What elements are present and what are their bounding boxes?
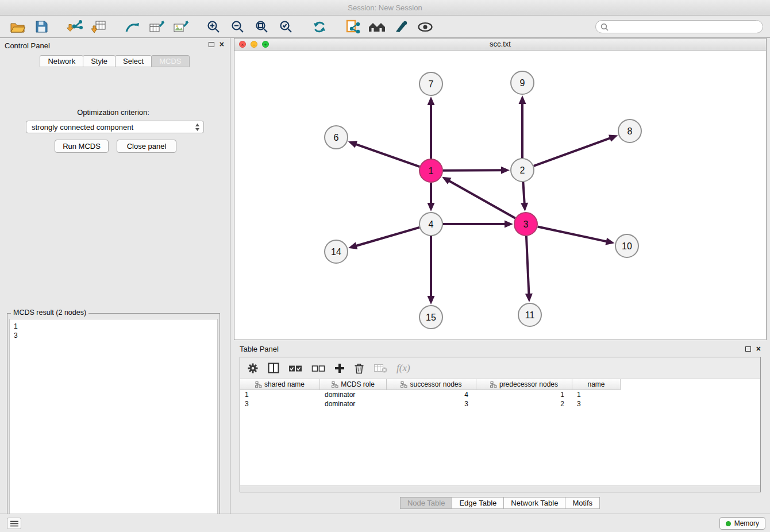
close-panel-icon[interactable]: ×	[220, 41, 224, 48]
eye-icon	[417, 21, 434, 33]
graph-edge-arrowhead	[428, 296, 435, 304]
apply-layout-button[interactable]	[309, 18, 330, 36]
delete-table-button[interactable]	[374, 360, 387, 376]
float-table-panel-icon[interactable]	[745, 346, 751, 352]
zoom-out-icon	[230, 20, 245, 34]
search-box[interactable]	[595, 20, 763, 33]
graph-node-label-3: 3	[523, 219, 529, 229]
trash-icon	[354, 363, 364, 374]
graph-svg[interactable]: 7968124314101511	[234, 51, 766, 340]
mcds-result-group: MCDS result (2 nodes) 1 3	[7, 313, 220, 530]
home-icon	[368, 20, 386, 34]
column-header-shared-name[interactable]: shared name	[240, 379, 320, 390]
tab-network-table[interactable]: Network Table	[503, 497, 565, 509]
annotation-button[interactable]	[391, 18, 411, 36]
import-table-button[interactable]	[88, 18, 109, 36]
deselect-all-rows-button[interactable]	[311, 360, 325, 376]
criterion-dropdown[interactable]: strongly connected component	[26, 121, 204, 133]
graph-edge-1-6[interactable]	[355, 144, 419, 167]
zoom-out-button[interactable]	[228, 18, 248, 36]
graph-edge-arrowhead	[605, 238, 614, 245]
graph-edge-3-1[interactable]	[448, 180, 515, 218]
import-table-icon	[91, 20, 107, 34]
graph-edge-arrowhead	[521, 203, 528, 211]
column-header-mcds-role[interactable]: MCDS role	[320, 379, 387, 390]
graph-node-label-1: 1	[429, 166, 434, 176]
zoom-fit-icon	[255, 20, 270, 34]
export-network-button[interactable]	[342, 18, 363, 36]
tab-network[interactable]: Network	[40, 55, 83, 67]
zoom-selected-button[interactable]	[276, 18, 297, 36]
show-hide-panel-button[interactable]	[415, 18, 436, 36]
tab-edge-table[interactable]: Edge Table	[452, 497, 504, 509]
search-icon	[600, 23, 609, 31]
export-image-button[interactable]	[170, 18, 191, 36]
column-header-predecessor-nodes[interactable]: predecessor nodes	[476, 379, 572, 390]
mcds-result-text[interactable]: 1 3	[9, 319, 218, 527]
graph-node-label-15: 15	[426, 313, 436, 322]
table-arrow-icon	[148, 20, 164, 34]
task-history-button[interactable]	[7, 518, 21, 529]
table-panel: Table Panel ×	[234, 342, 767, 514]
graph-node-label-9: 9	[520, 78, 525, 88]
control-panel-tabs: Network Style Select MCDS	[0, 55, 230, 67]
horizontal-scrollbar[interactable]	[240, 485, 760, 492]
table-row[interactable]: 1 dominator 4 1 1	[240, 390, 760, 399]
graph-edge-3-10[interactable]	[538, 226, 607, 241]
memory-status-icon	[726, 521, 731, 526]
tab-node-table[interactable]: Node Table	[400, 497, 453, 509]
home-button[interactable]	[367, 18, 387, 36]
graph-edge-2-8[interactable]	[534, 138, 611, 166]
hierarchy-icon	[255, 381, 262, 388]
column-header-name[interactable]: name	[572, 379, 621, 390]
graph-edge-arrowhead	[501, 167, 510, 174]
graph-node-label-11: 11	[525, 310, 535, 320]
first-neighbors-button[interactable]	[122, 18, 143, 36]
table-row[interactable]: 3 dominator 3 2 3	[240, 399, 760, 408]
network-window-title: scc.txt	[490, 40, 511, 48]
select-columns-button[interactable]	[268, 360, 279, 376]
maximize-window-icon[interactable]: +	[262, 41, 269, 48]
open-session-button[interactable]	[7, 18, 28, 36]
table-panel-header: Table Panel ×	[234, 342, 767, 355]
close-window-icon[interactable]: ×	[239, 41, 246, 48]
delete-column-button[interactable]	[354, 360, 364, 376]
table-settings-button[interactable]	[247, 360, 259, 376]
tab-style[interactable]: Style	[83, 55, 116, 67]
save-session-button[interactable]	[31, 18, 52, 36]
search-input[interactable]	[611, 23, 758, 31]
graph-edge-2-3[interactable]	[523, 182, 524, 204]
create-column-button[interactable]	[334, 360, 345, 376]
memory-button[interactable]: Memory	[719, 517, 765, 530]
float-panel-icon[interactable]	[209, 42, 214, 47]
network-window: × − + scc.txt 7968124314101511	[234, 38, 767, 340]
run-mcds-button[interactable]: Run MCDS	[55, 140, 109, 153]
import-network-icon	[67, 20, 83, 34]
zoom-fit-button[interactable]	[252, 18, 272, 36]
window-title: Session: New Session	[348, 3, 422, 12]
graph-edge-1-2[interactable]	[443, 170, 502, 171]
tab-mcds[interactable]: MCDS	[151, 55, 189, 67]
status-bar: Memory	[0, 514, 770, 532]
tab-select[interactable]: Select	[115, 55, 152, 67]
graph-node-label-14: 14	[331, 247, 341, 257]
zoom-in-button[interactable]	[203, 18, 224, 36]
graph-edge-arrowhead	[348, 242, 357, 249]
close-panel-button[interactable]: Close panel	[117, 140, 176, 153]
graph-edge-4-14[interactable]	[356, 228, 419, 246]
tab-motifs[interactable]: Motifs	[565, 497, 600, 509]
function-builder-button[interactable]: f(x)	[396, 360, 410, 376]
close-table-panel-icon[interactable]: ×	[756, 345, 761, 352]
graph-node-label-4: 4	[429, 219, 434, 229]
delete-table-icon	[374, 363, 387, 373]
new-network-from-selection-button[interactable]	[146, 18, 167, 36]
list-icon	[10, 521, 18, 527]
graph-edge-arrowhead	[428, 203, 435, 211]
select-all-rows-button[interactable]	[288, 360, 302, 376]
optimization-criterion-label: Optimization criterion:	[0, 108, 226, 117]
import-network-button[interactable]	[64, 18, 85, 36]
graph-edge-3-11[interactable]	[526, 236, 529, 295]
column-header-successor-nodes[interactable]: successor nodes	[387, 379, 476, 390]
minimize-window-icon[interactable]: −	[251, 41, 257, 48]
graph-node-label-8: 8	[627, 126, 633, 136]
